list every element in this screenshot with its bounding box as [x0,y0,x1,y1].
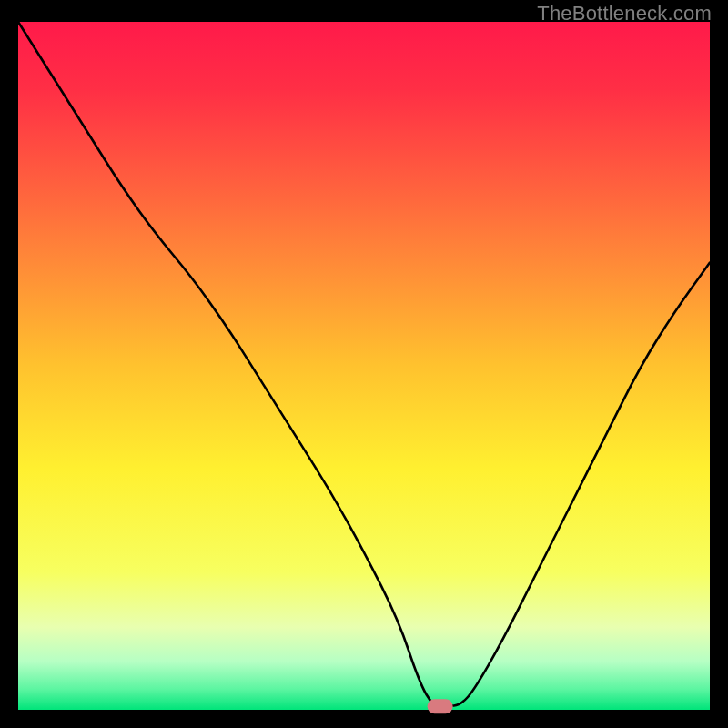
plot-background [18,22,710,710]
chart-frame: TheBottleneck.com [0,0,728,728]
watermark-text: TheBottleneck.com [537,2,712,25]
optimum-marker [428,699,453,713]
bottleneck-curve-chart [0,0,728,728]
